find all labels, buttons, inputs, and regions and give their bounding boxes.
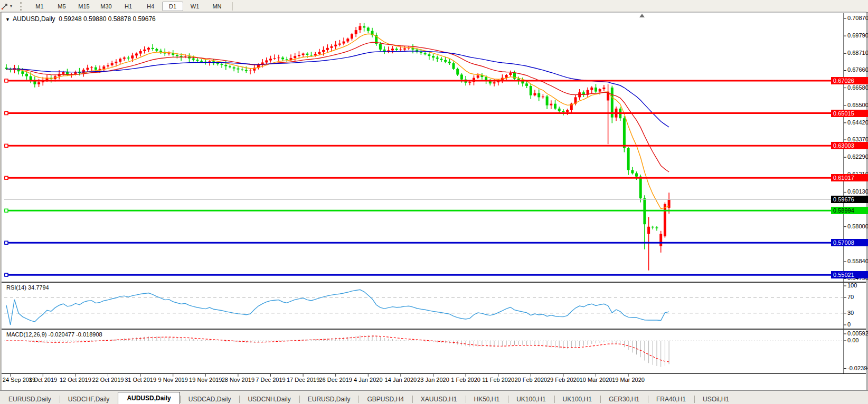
chart-ohlc-values: 0.59248 0.59880 0.58878 0.59676 <box>59 15 156 23</box>
chart-tab-usoil-h1[interactable]: USOil,H1 <box>694 394 738 404</box>
hline-handle-icon[interactable] <box>5 209 8 212</box>
hline-handle-icon[interactable] <box>5 112 8 115</box>
hline-handle-icon[interactable] <box>5 144 8 147</box>
date-axis-label: 7 Dec 2019 <box>256 377 285 383</box>
price-axis-tick: 0.62290 <box>847 153 868 160</box>
chart-tab-usdcnh-daily[interactable]: USDCNH,Daily <box>239 394 299 404</box>
chart-symbol-label: AUDUSD,Daily <box>13 15 55 23</box>
chart-tab-uk100-h1[interactable]: UK100,H1 <box>554 394 600 404</box>
price-axis-tick: 0.63370 <box>847 136 868 142</box>
date-axis-label: 4 Jan 2020 <box>354 377 382 383</box>
rsi-label: RSI(14) 34.7794 <box>6 284 49 291</box>
hline-handle-icon[interactable] <box>5 176 8 179</box>
chart-tab-usdchf-daily[interactable]: USDCHF,Daily <box>60 394 118 404</box>
chart-tab-eurusd-daily[interactable]: EURUSD,Daily <box>0 394 60 404</box>
price-axis-tick: 0.60130 <box>847 188 868 195</box>
price-axis-tick: 0.65500 <box>847 102 868 108</box>
price-axis-tick: 0.67660 <box>847 66 868 73</box>
price-line-badge: 0.58994 <box>831 207 868 214</box>
chart-tab-eurusd-daily[interactable]: EURUSD,Daily <box>299 394 359 404</box>
chart-tab-xauusd-h1[interactable]: XAUUSD,H1 <box>412 394 466 404</box>
price-line-badge: 0.61017 <box>831 174 868 181</box>
date-axis-label: 12 Oct 2019 <box>60 377 91 383</box>
date-axis-label: 3 Oct 2019 <box>29 377 57 383</box>
rsi-axis-tick: 30 <box>847 310 854 316</box>
price-chart[interactable] <box>0 0 868 404</box>
macd-axis-tick: 0.005923 <box>847 330 868 336</box>
macd-axis-tick: 0.00 <box>847 337 858 343</box>
price-line-badge: 0.65015 <box>831 110 868 117</box>
date-axis-label: 10 Mar 2020 <box>580 377 612 383</box>
hline-handle-icon[interactable] <box>5 79 8 82</box>
date-axis-label: 14 Jan 2020 <box>385 377 417 383</box>
chart-shift-marker-icon[interactable] <box>639 14 645 17</box>
price-line-badge: 0.67026 <box>831 77 868 84</box>
chart-tab-bar: EURUSD,DailyUSDCHF,DailyAUDUSD,DailyUSDC… <box>0 390 868 404</box>
date-axis-label: 17 Dec 2019 <box>287 377 319 383</box>
date-axis-label: 23 Jan 2020 <box>417 377 449 383</box>
rsi-axis-tick: 100 <box>847 282 857 288</box>
macd-axis-tick: -0.023944 <box>847 365 868 371</box>
chart-tab-hk50-h1[interactable]: HK50,H1 <box>466 394 508 404</box>
chart-tab-ger30-h1[interactable]: GER30,H1 <box>600 394 648 404</box>
date-axis-label: 1 Feb 2020 <box>451 377 480 383</box>
hline-handle-icon[interactable] <box>5 241 8 244</box>
macd-label: MACD(12,26,9) -0.020477 -0.018908 <box>6 331 102 338</box>
rsi-axis-tick: 70 <box>847 294 854 300</box>
chart-tab-uk100-h1[interactable]: UK100,H1 <box>508 394 554 404</box>
price-axis-tick: 0.55840 <box>847 258 868 264</box>
date-axis-label: 19 Mar 2020 <box>612 377 645 383</box>
date-axis-label: 20 Feb 2020 <box>514 377 547 383</box>
date-axis-label: 19 Nov 2019 <box>189 377 222 383</box>
chart-tab-usdcad-daily[interactable]: USDCAD,Daily <box>180 394 240 404</box>
date-axis-label: 9 Nov 2019 <box>158 377 188 383</box>
date-axis-label: 22 Oct 2019 <box>92 377 124 383</box>
chart-title: ▼AUDUSD,Daily 0.59248 0.59880 0.58878 0.… <box>5 15 156 23</box>
mt4-window: ▾ M1M5M15M30H1H4D1W1MN ▼AUDUSD,Daily 0.5… <box>0 0 868 404</box>
date-axis-label: 26 Dec 2019 <box>319 377 352 383</box>
date-axis-label: 28 Nov 2019 <box>222 377 254 383</box>
price-line-badge: 0.63003 <box>831 142 868 149</box>
chart-tab-audusd-daily[interactable]: AUDUSD,Daily <box>118 392 180 404</box>
price-axis-tick: 0.69790 <box>847 32 868 39</box>
price-axis-tick: 0.68710 <box>847 50 868 56</box>
price-axis-tick: 0.70870 <box>847 15 868 21</box>
date-axis-label: 31 Oct 2019 <box>125 377 156 383</box>
hline-handle-icon[interactable] <box>5 273 8 276</box>
price-axis-tick: 0.64420 <box>847 119 868 126</box>
date-axis-label: 29 Feb 2020 <box>547 377 580 383</box>
chart-tab-gbpusd-h4[interactable]: GBPUSD,H4 <box>358 394 412 404</box>
current-price-badge: 0.59676 <box>831 196 868 203</box>
price-axis-tick: 0.58000 <box>847 223 868 229</box>
chart-tab-fra40-h1[interactable]: FRA40,H1 <box>648 394 694 404</box>
price-line-badge: 0.55021 <box>831 271 868 278</box>
rsi-axis-tick: 0 <box>847 321 851 328</box>
price-axis-tick: 0.66580 <box>847 84 868 91</box>
price-line-badge: 0.57008 <box>831 239 868 246</box>
chart-menu-icon[interactable]: ▼ <box>5 17 10 22</box>
date-axis-label: 11 Feb 2020 <box>482 377 514 383</box>
